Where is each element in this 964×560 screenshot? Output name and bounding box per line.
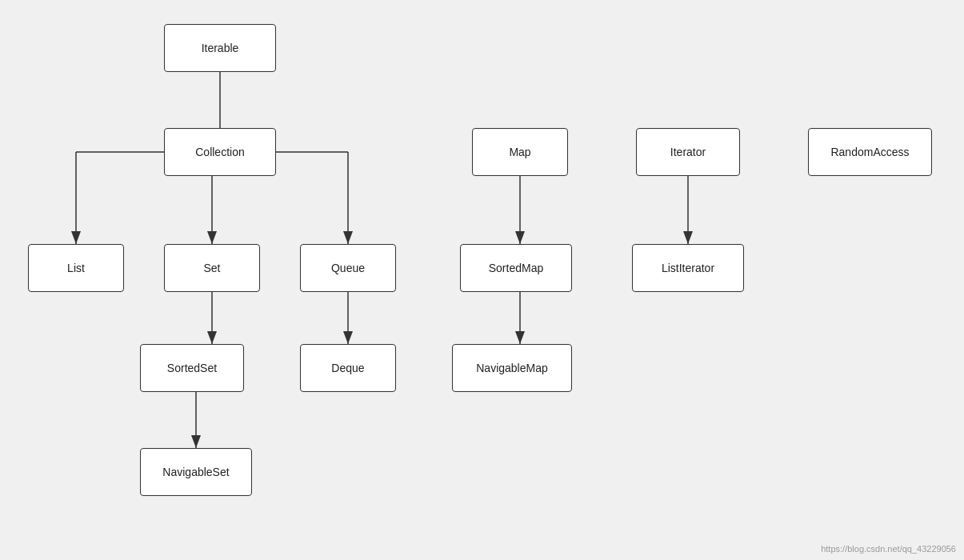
box-iterable: Iterable [164, 24, 276, 72]
svg-marker-4 [71, 231, 81, 244]
label-sortedmap: SortedMap [489, 262, 543, 274]
box-iterator: Iterator [636, 128, 740, 176]
label-navigableset: NavigableSet [162, 466, 229, 478]
box-queue: Queue [300, 244, 396, 292]
svg-marker-6 [207, 231, 217, 244]
svg-marker-21 [683, 231, 693, 244]
label-iterable: Iterable [202, 42, 239, 54]
label-deque: Deque [331, 362, 364, 374]
label-map: Map [509, 146, 530, 158]
label-set: Set [203, 262, 220, 274]
svg-marker-19 [515, 331, 525, 344]
box-listiterator: ListIterator [632, 244, 744, 292]
box-map: Map [472, 128, 568, 176]
box-navigableset: NavigableSet [140, 448, 252, 496]
diagram-container: Iterable Collection List Set Queue Sorte… [0, 0, 964, 560]
label-collection: Collection [195, 146, 244, 158]
box-sortedmap: SortedMap [460, 244, 572, 292]
svg-marker-11 [207, 331, 217, 344]
svg-marker-13 [343, 331, 353, 344]
label-listiterator: ListIterator [662, 262, 714, 274]
box-collection: Collection [164, 128, 276, 176]
svg-marker-17 [515, 231, 525, 244]
box-randomaccess: RandomAccess [808, 128, 932, 176]
label-iterator: Iterator [670, 146, 706, 158]
box-sortedset: SortedSet [140, 344, 244, 392]
box-set: Set [164, 244, 260, 292]
box-navigablemap: NavigableMap [452, 344, 572, 392]
watermark: https://blog.csdn.net/qq_43229056 [821, 544, 956, 554]
label-queue: Queue [331, 262, 365, 274]
label-list: List [67, 262, 85, 274]
label-sortedset: SortedSet [167, 362, 217, 374]
svg-marker-9 [343, 231, 353, 244]
label-randomaccess: RandomAccess [830, 146, 909, 158]
label-navigablemap: NavigableMap [476, 362, 548, 374]
box-deque: Deque [300, 344, 396, 392]
box-list: List [28, 244, 124, 292]
svg-marker-15 [191, 435, 201, 448]
